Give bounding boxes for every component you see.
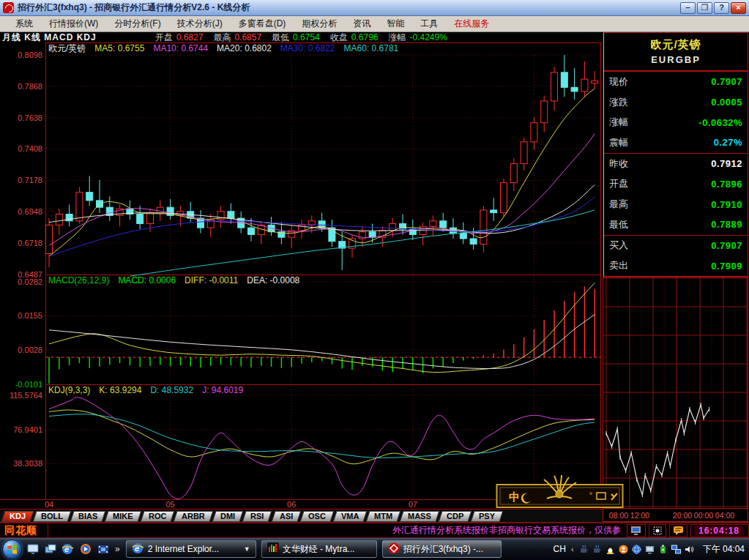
kdj-panel[interactable] <box>45 384 601 499</box>
indicator-value-label: MA30: 0.6822 <box>280 44 335 53</box>
taskbar-button-ie[interactable]: e2 Internet Explor...▼ <box>126 540 256 558</box>
app-logo-icon <box>3 2 14 13</box>
tab-kdj[interactable]: KDJ <box>1 511 34 522</box>
tab-label: CDP <box>447 512 463 521</box>
tab-psy[interactable]: PSY <box>471 511 504 522</box>
message-icon[interactable] <box>669 524 687 537</box>
tab-dmi[interactable]: DMI <box>212 511 244 522</box>
quote-row-label: 最高 <box>609 198 628 211</box>
info-field: 开盘0.6827 <box>155 32 204 42</box>
indicator-value-label: MACD(26,12,9) <box>48 276 109 285</box>
monitor-icon[interactable] <box>627 524 646 537</box>
main-candlestick-chart[interactable] <box>45 42 601 275</box>
internet-explorer-icon[interactable]: e <box>62 543 74 556</box>
tab-label: MASS <box>408 512 431 521</box>
menu-bar: 系统行情报价(W)分时分析(F)技术分析(J)多窗看盘(D)期权分析资讯智能工具… <box>0 16 749 32</box>
tab-asi[interactable]: ASI <box>271 511 301 522</box>
movie-maker-icon[interactable] <box>97 543 109 556</box>
minimize-button[interactable]: – <box>680 2 696 14</box>
menu-item-在线服务[interactable]: 在线服务 <box>446 16 497 31</box>
tab-vma[interactable]: VMA <box>332 511 367 522</box>
java-icon[interactable] <box>579 544 589 554</box>
menu-item-资讯[interactable]: 资讯 <box>345 16 379 31</box>
info-field-label: 最高 <box>213 32 231 42</box>
language-indicator[interactable]: CH <box>554 544 566 554</box>
taskbar-button-whcj[interactable]: 文华财经 - Mytra... <box>261 540 377 558</box>
media-player-icon[interactable] <box>79 543 92 556</box>
tab-label: ASI <box>280 512 293 521</box>
switch-windows-icon[interactable] <box>44 543 56 556</box>
tab-osc[interactable]: OSC <box>299 511 334 522</box>
zhfx-icon <box>388 542 400 556</box>
tab-rsi[interactable]: RSI <box>242 511 272 522</box>
contact-icon[interactable] <box>619 544 629 554</box>
network-icon[interactable] <box>671 544 682 554</box>
help-button[interactable]: ? <box>714 2 729 14</box>
tab-label: MIKE <box>113 512 133 521</box>
svg-text:0.8098: 0.8098 <box>18 51 42 59</box>
svg-text:0.7868: 0.7868 <box>18 82 42 91</box>
volume-icon[interactable] <box>685 544 695 554</box>
taskbar-group-caret[interactable]: ▼ <box>244 545 250 553</box>
quote-row: 最低0.7889 <box>604 214 748 235</box>
system-tray: CH ‹ 下午 04:04 <box>554 543 749 556</box>
tab-mike[interactable]: MIKE <box>105 511 141 522</box>
info-field-value: 0.6857 <box>234 32 261 42</box>
quote-row-label: 买入 <box>609 239 628 252</box>
start-button[interactable] <box>2 540 22 559</box>
tab-label: KDJ <box>10 512 26 521</box>
brightness-icon[interactable] <box>649 524 666 537</box>
quote-row: 涨跌0.0005 <box>604 92 748 113</box>
menu-item-系统[interactable]: 系统 <box>7 16 41 31</box>
java2-icon[interactable] <box>592 544 603 554</box>
display-icon[interactable] <box>645 544 655 554</box>
power-icon[interactable] <box>658 544 668 554</box>
whcj-icon <box>267 542 279 556</box>
svg-text:0.0028: 0.0028 <box>18 346 42 354</box>
close-button[interactable]: × <box>731 2 746 14</box>
tab-boll[interactable]: BOLL <box>33 511 72 522</box>
tab-roc[interactable]: ROC <box>140 511 174 522</box>
taskbar: e » e2 Internet Explor...▼文华财经 - Mytra..… <box>0 538 749 560</box>
indicator-value-label: MA60: 0.6781 <box>344 44 399 53</box>
status-bar: 同花顺 外汇通行情分析系统报价非招商银行交易系统报价，仅供参 16:04:18 <box>0 522 749 538</box>
menu-item-期权分析[interactable]: 期权分析 <box>294 16 345 31</box>
macd-panel[interactable] <box>45 275 601 384</box>
menu-item-智能[interactable]: 智能 <box>379 16 412 31</box>
quote-row-value: 0.0005 <box>711 97 742 108</box>
menu-item-工具[interactable]: 工具 <box>412 16 446 31</box>
tab-cdp[interactable]: CDP <box>439 511 472 522</box>
tab-arbr[interactable]: ARBR <box>174 511 214 522</box>
info-field-label: 涨幅 <box>388 32 406 42</box>
tab-mass[interactable]: MASS <box>400 511 440 522</box>
taskbar-button-label: 招行外汇3(fxhq3) -... <box>403 543 496 556</box>
menu-item-技术分析(J)[interactable]: 技术分析(J) <box>169 16 231 31</box>
chart-mode-label: 月线 K线 MACD KDJ <box>0 32 97 42</box>
quote-panel: 欧元/英镑 EURGBP 现价0.7907涨跌0.0005涨幅-0.0632%震… <box>603 32 748 277</box>
tab-bias[interactable]: BIAS <box>70 511 106 522</box>
qq-penguin-icon[interactable] <box>605 544 616 554</box>
indicator-value-label: MA5: 0.6755 <box>94 44 144 53</box>
maximize-button[interactable]: ❐ <box>697 2 712 14</box>
quote-panel-header: 欧元/英镑 EURGBP <box>604 33 748 71</box>
indicator-value-label: MACD: 0.0006 <box>118 276 176 285</box>
indicator-value-label: MA10: 0.6744 <box>153 44 208 53</box>
svg-text:0.7408: 0.7408 <box>18 144 42 153</box>
tray-collapse-chevron[interactable]: ‹ <box>571 545 574 553</box>
quote-row: 开盘0.7896 <box>604 174 748 195</box>
svg-text:76.9401: 76.9401 <box>13 425 42 434</box>
show-desktop-icon[interactable] <box>26 543 39 556</box>
menu-item-多窗看盘(D)[interactable]: 多窗看盘(D) <box>231 16 294 31</box>
intraday-mini-chart[interactable] <box>603 277 748 521</box>
svg-text:38.3038: 38.3038 <box>13 459 42 468</box>
quicklaunch-overflow-chevron[interactable]: » <box>115 544 120 554</box>
info-field-value: -0.4249% <box>409 32 447 42</box>
globe-icon[interactable] <box>632 544 642 554</box>
menu-item-分时分析(F)[interactable]: 分时分析(F) <box>106 16 168 31</box>
quote-row: 卖出0.7909 <box>604 255 748 276</box>
tab-mtm[interactable]: MTM <box>366 511 401 522</box>
menu-item-行情报价(W)[interactable]: 行情报价(W) <box>41 16 106 31</box>
quote-row-label: 卖出 <box>609 259 628 272</box>
taskbar-button-zhfx[interactable]: 招行外汇3(fxhq3) -... <box>382 540 502 558</box>
tab-label: BOLL <box>41 512 63 521</box>
